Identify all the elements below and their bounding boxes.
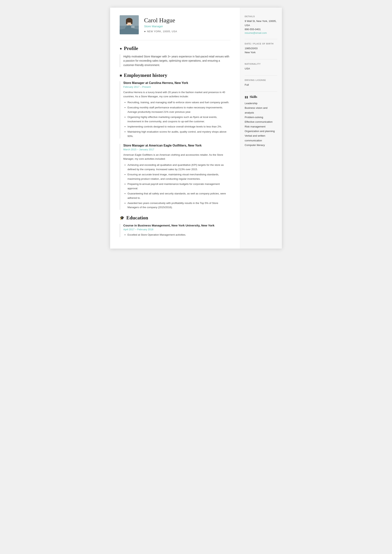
edu-dates-1: April 2017 – February 2018 bbox=[123, 228, 230, 231]
job-title-2: Store Manager at American Eagle Outfitte… bbox=[123, 144, 230, 147]
bullet-item: Recruiting, training, and managing staff… bbox=[127, 100, 230, 105]
skill-item-3: Effective communication bbox=[245, 120, 277, 124]
driving-label: DRIVING LICENSE bbox=[245, 79, 277, 81]
svg-rect-4 bbox=[126, 20, 127, 24]
bullet-item: Preparing bi-annual payroll and maintena… bbox=[127, 182, 230, 191]
bullet-item: Excelled at Store Operation Management a… bbox=[127, 233, 230, 237]
bullet-item: Implementing controls designed to reduce… bbox=[127, 125, 230, 129]
bullet-item: Executing monthly staff performance eval… bbox=[127, 105, 230, 114]
sidebar-dob: DATE / PLACE OF BIRTH 1985/20/03 New Yor… bbox=[245, 42, 277, 55]
profile-title: Profile bbox=[124, 46, 138, 51]
sidebar-birthplace: New York bbox=[245, 50, 277, 55]
sidebar-address: 9 Wall St, New York, 10005, USA bbox=[245, 19, 277, 27]
bullet-item: Guaranteeing that all safety and securit… bbox=[127, 192, 230, 200]
job-title-1: Store Manager at Carolina Herrera, New Y… bbox=[123, 81, 230, 85]
details-title: Details bbox=[245, 15, 277, 18]
edu-entry-1: Course in Business Management, New York … bbox=[120, 224, 230, 237]
skills-icon: ▮▮ bbox=[245, 95, 248, 99]
skill-item-7: Computer literacy bbox=[245, 143, 277, 147]
job-desc-1: Carolina Herrera is a luxury brand with … bbox=[123, 90, 230, 98]
avatar-image bbox=[120, 15, 139, 34]
resume-container: Carol Hague Store Manager ● NEW YORK, 10… bbox=[110, 8, 282, 249]
header-info: Carol Hague Store Manager ● NEW YORK, 10… bbox=[144, 17, 230, 33]
profile-section: ● Profile Highly motivated Store Manager… bbox=[120, 46, 230, 67]
bullet-item: Organizing highly effective marketing ca… bbox=[127, 115, 230, 124]
sidebar-dob-value: 1985/20/03 bbox=[245, 46, 277, 51]
education-section-header: 🎓 Education bbox=[120, 215, 230, 221]
bullet-item: Ensuring an accurate brand image, mainta… bbox=[127, 173, 230, 181]
edu-title-1: Course in Business Management, New York … bbox=[123, 224, 230, 227]
sidebar-divider-3 bbox=[245, 75, 277, 76]
profile-text: Highly motivated Store Manager with 3+ y… bbox=[120, 54, 230, 67]
sidebar-email: resume@email.com bbox=[245, 31, 277, 34]
employment-section: ■ Employment history Store Manager at Ca… bbox=[120, 72, 230, 210]
job-entry-2: Store Manager at American Eagle Outfitte… bbox=[120, 144, 230, 210]
bullet-item: Awarded two years consecutively with pro… bbox=[127, 201, 230, 210]
profile-icon: ● bbox=[120, 46, 122, 51]
employment-title: Employment history bbox=[124, 72, 167, 78]
education-icon: 🎓 bbox=[120, 215, 125, 220]
skill-item-5: Organization and planning bbox=[245, 129, 277, 133]
sidebar-divider-4 bbox=[245, 91, 277, 92]
skill-item-2: Problem-solving bbox=[245, 115, 277, 120]
skill-item-0: Leadership bbox=[245, 101, 277, 106]
svg-point-7 bbox=[130, 22, 131, 23]
sidebar: Details 9 Wall St, New York, 10005, USA … bbox=[240, 8, 282, 249]
location-icon: ● bbox=[144, 30, 146, 33]
sidebar-details: Details 9 Wall St, New York, 10005, USA … bbox=[245, 15, 277, 34]
sidebar-divider-2 bbox=[245, 59, 277, 59]
bullet-item: Achieving and exceeding all qualitative … bbox=[127, 163, 230, 172]
resume-body: Carol Hague Store Manager ● NEW YORK, 10… bbox=[110, 8, 282, 249]
skills-header: ▮▮ Skills bbox=[245, 95, 277, 99]
job-dates-1: February 2017 – Present bbox=[123, 85, 230, 88]
sidebar-driving: DRIVING LICENSE Full bbox=[245, 79, 277, 87]
sidebar-nationality: NATIONALITY USA bbox=[245, 63, 277, 71]
edu-bullets-1: Excelled at Store Operation Management a… bbox=[123, 233, 230, 237]
bullet-item: Maintaining high evaluation scores for a… bbox=[127, 130, 230, 138]
job-desc-2: American Eagle Outfitters is an American… bbox=[123, 153, 230, 161]
svg-point-6 bbox=[128, 22, 128, 23]
sidebar-divider-1 bbox=[245, 39, 277, 39]
main-content: Carol Hague Store Manager ● NEW YORK, 10… bbox=[110, 8, 240, 249]
job-entry-1: Store Manager at Carolina Herrera, New Y… bbox=[120, 81, 230, 138]
sidebar-phone: 890-555-0401 bbox=[245, 27, 277, 31]
sidebar-skills: ▮▮ Skills Leadership Business vision and… bbox=[245, 95, 277, 147]
education-section: 🎓 Education Course in Business Managemen… bbox=[120, 215, 230, 237]
employment-section-header: ■ Employment history bbox=[120, 72, 230, 78]
education-title: Education bbox=[126, 215, 148, 221]
driving-value: Full bbox=[245, 83, 277, 87]
employment-icon: ■ bbox=[120, 73, 122, 78]
skills-title: Skills bbox=[250, 95, 257, 99]
skill-item-6: Verbal and written communication bbox=[245, 133, 277, 143]
svg-rect-8 bbox=[131, 26, 134, 28]
header-section: Carol Hague Store Manager ● NEW YORK, 10… bbox=[120, 15, 230, 40]
candidate-name: Carol Hague bbox=[144, 17, 230, 24]
candidate-title: Store Manager bbox=[144, 25, 230, 28]
nationality-value: USA bbox=[245, 67, 277, 71]
profile-section-header: ● Profile bbox=[120, 46, 230, 51]
svg-rect-5 bbox=[131, 20, 133, 24]
job-dates-2: March 2015 – January 2017 bbox=[123, 148, 230, 151]
avatar bbox=[120, 15, 139, 34]
skill-item-4: Risk management bbox=[245, 124, 277, 129]
job-bullets-2: Achieving and exceeding all qualitative … bbox=[123, 163, 230, 210]
dob-label: DATE / PLACE OF BIRTH bbox=[245, 42, 277, 45]
skill-item-1: Business vision and analysis bbox=[245, 106, 277, 115]
candidate-location: ● NEW YORK, 10005, USA bbox=[144, 30, 230, 33]
job-bullets-1: Recruiting, training, and managing staff… bbox=[123, 100, 230, 138]
nationality-label: NATIONALITY bbox=[245, 63, 277, 65]
